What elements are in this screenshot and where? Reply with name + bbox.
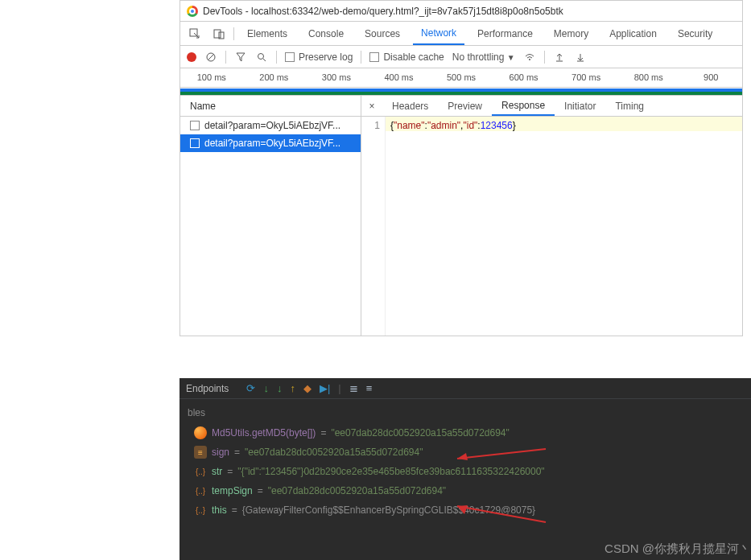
equals: = [227,466,233,477]
timeline-tick: 600 ms [493,68,555,87]
tab-application[interactable]: Application [601,22,665,45]
method-icon [194,426,207,439]
run-to-cursor-icon[interactable]: ▶| [320,382,330,394]
var-value: "ee07dab28dc0052920a15a55d072d694" [331,427,509,439]
separator: | [338,382,340,394]
timeline-tick: 800 ms [617,68,680,87]
svg-point-7 [529,59,530,60]
step-over-icon[interactable]: ⟳ [246,382,255,394]
tab-console[interactable]: Console [300,22,352,45]
svg-line-6 [263,59,266,61]
disable-cache-label: Disable cache [383,51,444,63]
var-tempsign[interactable]: {..} tempSign = "ee07dab28dc0052920a15a5… [194,484,751,497]
object-icon: {..} [194,484,207,497]
devtools-window: DevTools - localhost:63342/web-demo/quer… [179,0,743,336]
watermark: CSDN @你携秋月揽星河丶 [605,541,751,557]
variables-section-label: bles [179,399,751,423]
separator [276,51,277,64]
close-detail-button[interactable]: × [361,101,382,112]
separator [225,51,226,64]
clear-icon[interactable] [204,51,217,64]
var-name: str [212,466,222,477]
timeline-tick: 300 ms [305,68,368,87]
object-icon: {..} [194,465,207,478]
file-icon [190,138,200,148]
tab-security[interactable]: Security [670,22,720,45]
var-name: Md5Utils.getMD5(byte[]) [212,427,316,439]
name-column-header[interactable]: Name [180,96,361,117]
throttling-select[interactable]: No throttling ▼ [452,51,515,63]
svg-point-5 [258,53,264,59]
request-detail: × Headers Preview Response Initiator Tim… [361,96,742,336]
wifi-icon[interactable] [523,51,536,64]
object-icon: {..} [194,504,207,517]
equals: = [232,504,237,516]
devtools-tab-strip: Elements Console Sources Network Perform… [180,22,742,46]
tab-sources[interactable]: Sources [357,22,408,45]
svg-rect-1 [214,30,221,38]
line-number: 1 [361,117,386,336]
request-row-selected[interactable]: detail?param=OkyL5iAEbzjVF... [180,134,361,152]
equals: = [320,427,326,439]
upload-icon[interactable] [553,51,566,64]
ide-debugger-panel: Endpoints ⟳ ↓ ↓ ↑ ◆ ▶| | ≣ ≡ bles Md5Uti… [179,378,751,560]
separator [361,51,361,64]
evaluate-icon[interactable]: ≣ [349,382,358,394]
download-icon[interactable] [574,51,587,64]
preserve-log-label: Preserve log [299,51,353,63]
var-value: "ee07dab28dc0052920a15a55d072d694" [268,485,446,496]
file-icon [190,121,200,130]
detail-tab-headers[interactable]: Headers [382,96,438,116]
request-row[interactable]: detail?param=OkyL5iAEbzjVF... [180,117,361,134]
detail-tab-initiator[interactable]: Initiator [555,96,605,116]
var-sign[interactable]: ≡ sign = "ee07dab28dc0052920a15a55d072d6… [194,446,751,459]
var-value: "ee07dab28dc0052920a15a55d072d694" [245,447,423,458]
filter-icon[interactable] [234,51,247,64]
record-button[interactable] [187,52,196,62]
network-body: Name detail?param=OkyL5iAEbzjVF... detai… [180,96,742,336]
device-toggle-icon[interactable] [209,28,229,39]
chrome-icon [187,6,198,17]
var-this[interactable]: {..} this = {GatewayFilterConfig$$Enhanc… [194,504,751,517]
inspect-icon[interactable] [185,28,204,39]
step-out-icon[interactable]: ↑ [290,382,295,394]
var-name: this [212,504,227,516]
tab-network[interactable]: Network [413,22,464,45]
timeline-tick: 700 ms [555,68,617,87]
var-md5-result[interactable]: Md5Utils.getMD5(byte[]) = "ee07dab28dc00… [194,426,751,439]
timeline-tick: 400 ms [368,68,431,87]
request-list: Name detail?param=OkyL5iAEbzjVF... detai… [180,96,361,336]
preserve-log-checkbox[interactable]: Preserve log [285,51,353,63]
detail-tab-timing[interactable]: Timing [605,96,654,116]
force-step-into-icon[interactable]: ↓ [277,382,283,394]
ide-toolbar: Endpoints ⟳ ↓ ↓ ↑ ◆ ▶| | ≣ ≡ [179,378,751,399]
trace-icon[interactable]: ≡ [366,382,373,394]
window-title-bar: DevTools - localhost:63342/web-demo/quer… [180,1,742,22]
drop-frame-icon[interactable]: ◆ [303,382,312,394]
disable-cache-checkbox[interactable]: Disable cache [369,51,444,63]
tab-performance[interactable]: Performance [469,22,541,45]
tab-elements[interactable]: Elements [239,22,295,45]
tab-memory[interactable]: Memory [546,22,596,45]
detail-tab-response[interactable]: Response [492,96,555,116]
throttling-label: No throttling [452,51,505,63]
timeline-tick: 900 [680,68,743,87]
response-body[interactable]: 1 {"name":"admin","id":123456} [361,117,742,336]
separator [544,51,545,64]
window-title: DevTools - localhost:63342/web-demo/quer… [203,6,563,17]
search-icon[interactable] [255,51,268,64]
detail-tab-preview[interactable]: Preview [438,96,492,116]
separator [233,27,234,40]
endpoints-tab[interactable]: Endpoints [186,383,229,394]
timeline-ruler[interactable]: 100 ms 200 ms 300 ms 400 ms 500 ms 600 m… [180,68,742,88]
var-value: "{"id":"123456"}0d2b290ce2e35e465be85fce… [237,466,544,477]
step-into-icon[interactable]: ↓ [263,382,269,394]
var-name: sign [212,447,229,458]
response-line: {"name":"admin","id":123456} [386,117,742,131]
timeline-tick: 500 ms [430,68,493,87]
equals: = [234,447,240,458]
field-icon: ≡ [194,446,207,459]
timeline-tick: 100 ms [180,68,243,87]
timeline-overview[interactable] [180,88,742,96]
var-str[interactable]: {..} str = "{"id":"123456"}0d2b290ce2e35… [194,465,751,478]
